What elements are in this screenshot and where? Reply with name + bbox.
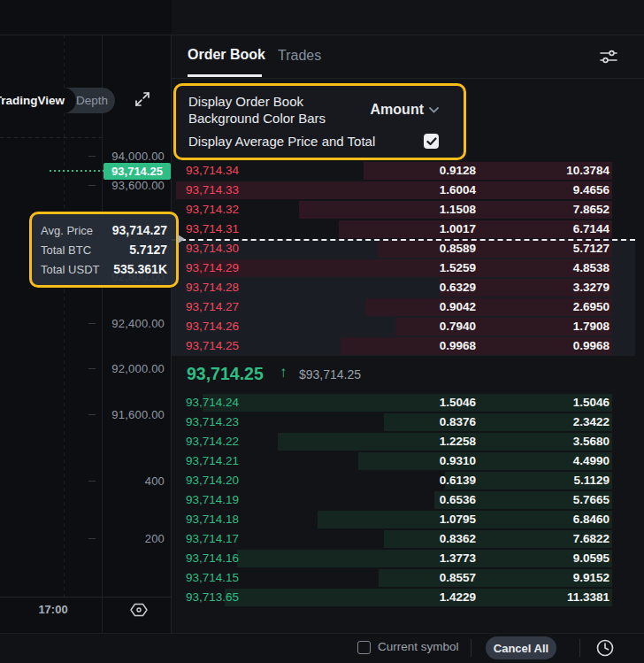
ask-total: 10.3784 (566, 161, 610, 181)
bid-price: 93,714.20 (186, 471, 239, 490)
ask-price: 93,714.26 (186, 317, 239, 336)
bid-amount: 0.6536 (440, 490, 476, 510)
bid-row[interactable]: 93,714.161.37739.0595 (172, 549, 635, 568)
divider (171, 35, 172, 633)
tooltip-row: Avg. Price 93,714.27 (41, 220, 167, 240)
last-price: 93,714.25 (187, 364, 264, 384)
ask-row[interactable]: 93,714.270.90422.6950 (172, 297, 635, 317)
chevron-down-icon (429, 107, 439, 113)
tab-order-book[interactable]: Order Book (188, 47, 265, 63)
bid-price: 93,714.15 (186, 568, 239, 588)
ask-row[interactable]: 93,714.300.85895.7127 (172, 239, 635, 258)
bid-total: 9.9152 (573, 568, 610, 588)
up-arrow-icon: ↑ (280, 364, 288, 382)
ask-amount: 0.6329 (440, 278, 476, 297)
bid-row[interactable]: 93,714.230.83762.3422 (172, 412, 635, 432)
ask-amount: 0.8589 (440, 239, 476, 258)
bid-row[interactable]: 93,713.651.422911.3381 (172, 588, 635, 607)
tooltip-label: Total BTC (41, 243, 91, 257)
bid-row[interactable]: 93,714.190.65365.7665 (172, 490, 635, 510)
current-price-line (50, 170, 104, 172)
ask-amount: 0.9042 (440, 297, 476, 317)
ask-total: 2.6950 (573, 297, 610, 317)
ask-row[interactable]: 93,714.250.99680.9968 (172, 336, 635, 356)
bid-amount: 1.3773 (440, 549, 476, 568)
hexagon-settings-icon[interactable] (129, 600, 149, 623)
bid-price: 93,714.18 (186, 510, 239, 529)
avg-price-checkbox[interactable] (424, 134, 439, 149)
ask-row[interactable]: 93,714.321.15087.8652 (172, 200, 635, 220)
bid-row[interactable]: 93,714.241.50461.5046 (172, 393, 635, 412)
chart-panel: TradingView Depth 94,000.00 93,600.00 92… (0, 0, 171, 663)
bid-amount: 1.5046 (440, 393, 476, 412)
tab-depth[interactable]: Depth (76, 88, 115, 113)
ask-row[interactable]: 93,714.280.63293.3279 (172, 278, 635, 297)
dropdown-value: Amount (371, 102, 424, 118)
bids-list: 93,714.241.50461.504693,714.230.83762.34… (172, 393, 635, 607)
bid-amount: 0.6139 (440, 471, 476, 490)
clock-history-icon[interactable] (594, 637, 616, 662)
tab-tradingview[interactable]: TradingView (0, 88, 76, 113)
time-axis-line (0, 597, 171, 597)
axis-tick (88, 538, 96, 539)
current-symbol-checkbox[interactable] (357, 641, 371, 654)
bid-amount: 0.9310 (440, 451, 476, 471)
bid-row[interactable]: 93,714.170.83627.6822 (172, 529, 635, 549)
bid-row[interactable]: 93,714.221.22583.5680 (172, 432, 635, 451)
tab-trades[interactable]: Trades (278, 48, 321, 64)
axis-tick (88, 414, 96, 415)
ask-amount: 0.9128 (440, 161, 476, 181)
ask-total: 5.7127 (573, 239, 610, 258)
ask-total: 3.3279 (573, 278, 610, 297)
tooltip-value: 535.361K (113, 262, 167, 276)
cancel-all-button[interactable]: Cancel All (486, 636, 556, 659)
expand-icon[interactable] (132, 89, 153, 113)
ask-row[interactable]: 93,714.311.00176.7144 (172, 220, 635, 239)
ask-price: 93,714.25 (186, 336, 239, 356)
ask-row[interactable]: 93,714.291.52594.8538 (172, 258, 635, 278)
ask-total: 7.8652 (573, 200, 610, 220)
price-axis-label: 92,000.00 (111, 362, 165, 375)
axis-tick (88, 481, 96, 482)
bid-total: 4.4990 (573, 451, 610, 471)
bid-price: 93,714.21 (186, 451, 239, 471)
sliders-icon[interactable] (598, 46, 619, 71)
price-axis-label: 94,000.00 (111, 150, 165, 163)
tooltip-label: Total USDT (41, 263, 99, 276)
last-price-row[interactable]: 93,714.25 ↑ $93,714.25 (172, 356, 635, 393)
bid-price: 93,714.17 (186, 529, 239, 549)
bid-amount: 0.8362 (440, 529, 476, 549)
tooltip-value: 5.7127 (129, 243, 167, 257)
bid-amount: 0.8557 (440, 568, 476, 588)
time-axis-label: 17:00 (27, 603, 80, 616)
ask-amount: 1.0017 (440, 220, 476, 239)
bid-total: 7.6822 (573, 529, 610, 549)
bid-price: 93,713.65 (186, 588, 239, 607)
price-axis-line (102, 35, 103, 633)
bid-row[interactable]: 93,714.181.07956.8460 (172, 510, 635, 529)
depth-bar (341, 337, 612, 355)
bid-price: 93,714.19 (186, 490, 239, 510)
order-book-settings-popover: Display Order Book Background Color Bars… (173, 83, 466, 160)
ask-row[interactable]: 93,714.260.79401.7908 (172, 317, 635, 336)
bid-row[interactable]: 93,714.210.93104.4990 (172, 451, 635, 471)
color-bars-mode-dropdown[interactable]: Amount (371, 102, 439, 118)
ask-row[interactable]: 93,714.331.60049.4656 (172, 181, 635, 200)
tooltip-row: Total BTC 5.7127 (41, 240, 167, 259)
tooltip-pointer (178, 235, 185, 243)
bid-row[interactable]: 93,714.150.85579.9152 (172, 568, 635, 588)
setting-color-bars-label: Display Order Book Background Color Bars (188, 93, 326, 127)
divider (471, 639, 472, 657)
depth-bar (225, 589, 612, 606)
tooltip-row: Total USDT 535.361K (41, 259, 167, 279)
chart-view-toggle[interactable]: TradingView Depth (0, 88, 115, 113)
tooltip-label: Avg. Price (41, 224, 93, 237)
ask-row[interactable]: 93,714.340.912810.3784 (172, 161, 635, 181)
ask-price: 93,714.28 (186, 278, 239, 297)
depth-bar (176, 181, 612, 199)
tooltip-value: 93,714.27 (112, 223, 167, 237)
last-price-usd: $93,714.25 (299, 367, 361, 382)
bid-row[interactable]: 93,714.200.61395.1129 (172, 471, 635, 490)
grid-hline (0, 137, 102, 138)
divider (0, 35, 644, 35)
